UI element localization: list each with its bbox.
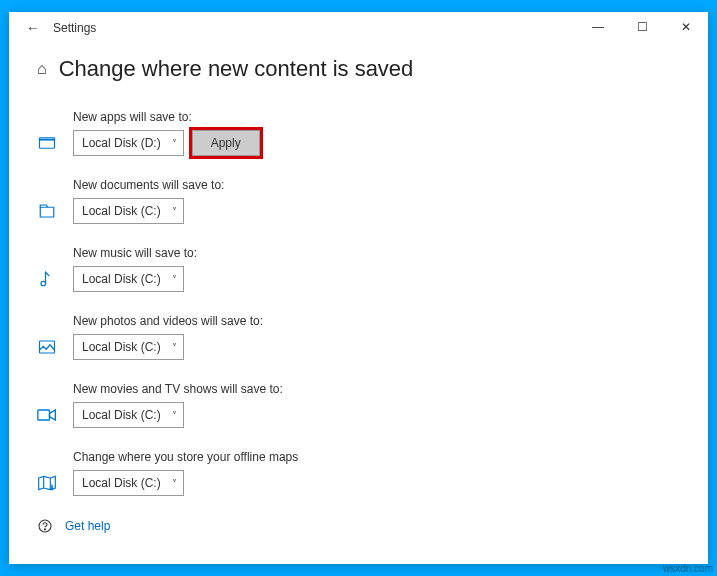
back-button[interactable]: ← xyxy=(17,12,49,44)
photos-dropdown[interactable]: Local Disk (C:) ˅ xyxy=(73,334,184,360)
apps-dropdown[interactable]: Local Disk (D:) ˅ xyxy=(73,130,184,156)
chevron-down-icon: ˅ xyxy=(172,206,177,217)
apps-label: New apps will save to: xyxy=(73,110,680,124)
documents-dropdown[interactable]: Local Disk (C:) ˅ xyxy=(73,198,184,224)
minimize-icon: — xyxy=(592,20,604,34)
apply-button[interactable]: Apply xyxy=(192,130,260,156)
music-section: New music will save to: Local Disk (C:) … xyxy=(73,246,680,292)
movies-dropdown-value: Local Disk (C:) xyxy=(82,408,161,422)
close-button[interactable]: ✕ xyxy=(664,12,708,42)
chevron-down-icon: ˅ xyxy=(172,410,177,421)
apps-icon xyxy=(37,133,57,153)
maps-dropdown[interactable]: Local Disk (C:) ˅ xyxy=(73,470,184,496)
movies-label: New movies and TV shows will save to: xyxy=(73,382,680,396)
chevron-down-icon: ˅ xyxy=(172,342,177,353)
minimize-button[interactable]: — xyxy=(576,12,620,42)
titlebar: ← Settings — ☐ ✕ xyxy=(9,12,708,44)
apps-section: New apps will save to: Local Disk (D:) ˅… xyxy=(73,110,680,156)
photos-section: New photos and videos will save to: Loca… xyxy=(73,314,680,360)
chevron-down-icon: ˅ xyxy=(172,138,177,149)
photos-dropdown-value: Local Disk (C:) xyxy=(82,340,161,354)
photos-icon xyxy=(37,337,57,357)
svg-rect-1 xyxy=(40,139,55,140)
documents-dropdown-value: Local Disk (C:) xyxy=(82,204,161,218)
content-area: ⌂ Change where new content is saved New … xyxy=(9,44,708,534)
watermark: wsxdn.com xyxy=(663,563,713,574)
svg-rect-4 xyxy=(38,410,50,420)
help-row: Get help xyxy=(37,518,680,534)
svg-point-6 xyxy=(44,529,45,530)
maximize-button[interactable]: ☐ xyxy=(620,12,664,42)
header-row: ⌂ Change where new content is saved xyxy=(37,56,680,82)
apps-dropdown-value: Local Disk (D:) xyxy=(82,136,161,150)
maps-label: Change where you store your offline maps xyxy=(73,450,680,464)
help-icon xyxy=(37,518,55,534)
svg-point-2 xyxy=(41,281,46,286)
documents-icon xyxy=(37,201,57,221)
documents-section: New documents will save to: Local Disk (… xyxy=(73,178,680,224)
help-link[interactable]: Get help xyxy=(65,519,110,533)
documents-label: New documents will save to: xyxy=(73,178,680,192)
photos-label: New photos and videos will save to: xyxy=(73,314,680,328)
maximize-icon: ☐ xyxy=(637,20,648,34)
home-icon[interactable]: ⌂ xyxy=(37,60,47,78)
maps-section: Change where you store your offline maps… xyxy=(73,450,680,496)
maps-icon xyxy=(37,473,57,493)
chevron-down-icon: ˅ xyxy=(172,274,177,285)
settings-window: ← Settings — ☐ ✕ ⌂ Change where new cont… xyxy=(9,12,708,564)
back-icon: ← xyxy=(26,20,40,36)
window-title: Settings xyxy=(53,21,96,35)
close-icon: ✕ xyxy=(681,20,691,34)
chevron-down-icon: ˅ xyxy=(172,478,177,489)
window-controls: — ☐ ✕ xyxy=(576,12,708,42)
movies-icon xyxy=(37,405,57,425)
music-dropdown-value: Local Disk (C:) xyxy=(82,272,161,286)
music-icon xyxy=(37,269,57,289)
music-label: New music will save to: xyxy=(73,246,680,260)
movies-section: New movies and TV shows will save to: Lo… xyxy=(73,382,680,428)
music-dropdown[interactable]: Local Disk (C:) ˅ xyxy=(73,266,184,292)
page-heading: Change where new content is saved xyxy=(59,56,414,82)
maps-dropdown-value: Local Disk (C:) xyxy=(82,476,161,490)
movies-dropdown[interactable]: Local Disk (C:) ˅ xyxy=(73,402,184,428)
